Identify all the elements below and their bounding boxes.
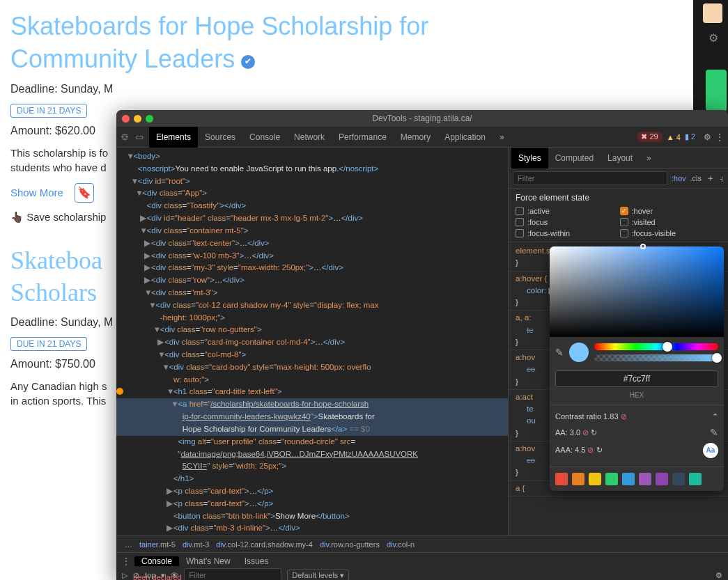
palette-swatch[interactable]	[589, 473, 601, 485]
dom-line[interactable]: ▶<div class="w-100 mb-3">…</div>	[116, 250, 508, 262]
alpha-slider[interactable]	[594, 354, 718, 361]
eyedropper-icon[interactable]: ✎	[555, 345, 564, 360]
dom-line[interactable]: <noscript>You need to enable JavaScript …	[116, 163, 508, 175]
force-focus[interactable]: :focus	[516, 218, 617, 226]
dom-line[interactable]: <img alt="user profile" class="rounded-c…	[116, 436, 508, 448]
crumb[interactable]: div.row.no-gutters	[317, 540, 382, 549]
breadcrumb[interactable]: …tainer.mt-5div.mt-3div.col-12.card.shad…	[116, 535, 728, 552]
palette-swatch[interactable]	[572, 473, 584, 485]
bookmark-icon[interactable]: 🔖	[75, 183, 94, 203]
cls-toggle[interactable]: .cls	[690, 174, 702, 182]
styles-filter-input[interactable]	[513, 171, 667, 185]
pen-icon[interactable]: ✎	[710, 425, 718, 440]
dom-tree[interactable]: ▼<body> <noscript>You need to enable Jav…	[116, 148, 508, 535]
css-rules[interactable]: ✎ HEX Contrast ratio 1.83 ⊘⌃ AA: 3.0 ⊘ ↻…	[509, 242, 728, 535]
dom-line[interactable]: Hope Scholarship for Community Leaders</…	[116, 423, 508, 436]
console-tab-what-s-new[interactable]: What's New	[179, 556, 238, 566]
dom-line[interactable]: ▼<body>	[116, 150, 508, 163]
dom-line[interactable]: ▼<div class="mt-3">	[116, 287, 508, 299]
palette-swatch[interactable]	[689, 473, 702, 485]
dom-line[interactable]: 5CYII=" style="width: 25px;">	[116, 460, 508, 473]
dom-line[interactable]: ▼<div class="row no-gutters">	[116, 324, 508, 336]
tab-elements[interactable]: Elements	[149, 127, 198, 148]
dom-line[interactable]: ▶<div class="row">…</div>	[116, 274, 508, 287]
tab-console[interactable]: Console	[242, 127, 287, 148]
maximize-icon[interactable]	[146, 115, 153, 123]
palette-swatch[interactable]	[639, 473, 651, 485]
console-settings-icon[interactable]: ⚙	[715, 571, 722, 580]
hex-input[interactable]	[555, 370, 718, 387]
force-visited[interactable]: :visited	[620, 218, 722, 226]
styles-tab-computed[interactable]: Computed	[548, 148, 601, 168]
devtools-titlebar[interactable]: DevTools - staging.atila.ca/	[116, 110, 728, 127]
console-filter-input[interactable]	[184, 568, 281, 580]
dom-line[interactable]: ▶<div class="text-center">…</div>	[116, 237, 508, 250]
warning-count[interactable]: ▲ 4	[667, 133, 681, 141]
force-focus-visible[interactable]: :focus-visible	[620, 229, 722, 237]
styles-tab-layout[interactable]: Layout	[601, 148, 640, 168]
tab-memory[interactable]: Memory	[394, 127, 437, 148]
dom-line[interactable]: "data:image/png;base64,iVBOR…DJmZFxyPMtz…	[116, 448, 508, 461]
crumb[interactable]: div.mt-3	[180, 540, 212, 549]
more-icon[interactable]: »	[640, 148, 658, 168]
dom-line[interactable]: ▶<div class="mb-3 d-inline">…</div>	[116, 522, 508, 535]
inspect-icon[interactable]: ⯐	[121, 132, 130, 142]
dom-line[interactable]: ▼<div id="root">	[116, 175, 508, 188]
traffic-lights[interactable]	[122, 115, 153, 123]
device-icon[interactable]: ▭	[135, 132, 144, 142]
dom-line[interactable]: ▶<p class="card-text">…</p>	[116, 485, 508, 498]
palette-swatch[interactable]	[555, 473, 568, 485]
tab-network[interactable]: Network	[287, 127, 332, 148]
gear-icon[interactable]: ⚙	[708, 31, 718, 45]
expand-icon[interactable]: ⌃	[712, 411, 718, 423]
more-tabs-icon[interactable]: »	[493, 127, 511, 148]
execute-icon[interactable]: ▷	[122, 571, 127, 580]
console-tab-issues[interactable]: Issues	[238, 556, 276, 566]
force-active[interactable]: :active	[516, 207, 617, 215]
hov-toggle[interactable]: :hov	[672, 174, 686, 182]
dom-line[interactable]: ▶<div id="header" class="header mx-3 mx-…	[116, 212, 508, 225]
show-more-button[interactable]: Show More	[10, 187, 63, 198]
styles-tab-styles[interactable]: Styles	[511, 148, 548, 168]
dom-line[interactable]: ▶<div class="card-img-container col-md-4…	[116, 336, 508, 349]
crumb[interactable]: …	[122, 540, 135, 549]
palette-swatch[interactable]	[622, 473, 635, 485]
dom-line[interactable]: </h1>	[116, 473, 508, 485]
close-icon[interactable]	[122, 115, 130, 123]
crumb[interactable]: tainer.mt-5	[137, 540, 178, 549]
dom-line[interactable]: ▼<div class="card-body" style="max-heigh…	[116, 361, 508, 374]
dom-line[interactable]: ▶<div class="my-3" style="max-width: 250…	[116, 262, 508, 274]
force-hover[interactable]: ✓:hover	[620, 207, 722, 215]
dom-line[interactable]: ▼<div class="App">	[116, 187, 508, 200]
palette-swatch[interactable]	[656, 473, 668, 485]
info-count[interactable]: ▮ 2	[685, 132, 695, 141]
tab-performance[interactable]: Performance	[332, 127, 394, 148]
dom-line[interactable]: <button class="btn btn-link">Show More</…	[116, 510, 508, 523]
palette-swatch[interactable]	[605, 473, 618, 485]
dom-line[interactable]: ▼<div class="col-md-8">	[116, 349, 508, 361]
settings-icon[interactable]: ⚙	[704, 132, 711, 142]
menu-icon[interactable]: ⋮	[715, 132, 724, 142]
toggle-panel-icon[interactable]: ⫞	[719, 173, 724, 184]
dom-line[interactable]: ▶<p class="card-text">…</p>	[116, 498, 508, 510]
force-focus-within[interactable]: :focus-within	[516, 229, 617, 237]
color-picker[interactable]: ✎ HEX Contrast ratio 1.83 ⊘⌃ AA: 3.0 ⊘ ↻…	[550, 246, 724, 491]
hue-slider[interactable]	[594, 343, 718, 350]
dom-line[interactable]: w: auto;">	[116, 374, 508, 386]
console-menu-icon[interactable]: ⋮	[122, 556, 130, 566]
color-palette[interactable]	[550, 467, 724, 491]
minimize-icon[interactable]	[134, 115, 141, 123]
dom-line[interactable]: <div class="Toastify"></div>	[116, 200, 508, 212]
avatar[interactable]	[703, 3, 722, 23]
dom-line[interactable]: ▼<h1 class="card-title text-left">	[116, 386, 508, 398]
palette-swatch[interactable]	[672, 473, 685, 485]
dom-line[interactable]: ▼<div class="container mt-5">	[116, 225, 508, 237]
log-levels[interactable]: Default levels ▾	[287, 570, 349, 581]
tab-sources[interactable]: Sources	[198, 127, 242, 148]
dom-line[interactable]: -height: 1000px;">	[116, 312, 508, 324]
saturation-field[interactable]	[550, 246, 724, 337]
dom-line[interactable]: ▼<a href="/scholarship/skateboards-for-h…	[116, 398, 508, 411]
crumb[interactable]: div.col-n	[384, 540, 417, 549]
error-count[interactable]: ✖ 29	[637, 132, 662, 142]
tab-application[interactable]: Application	[437, 127, 493, 148]
